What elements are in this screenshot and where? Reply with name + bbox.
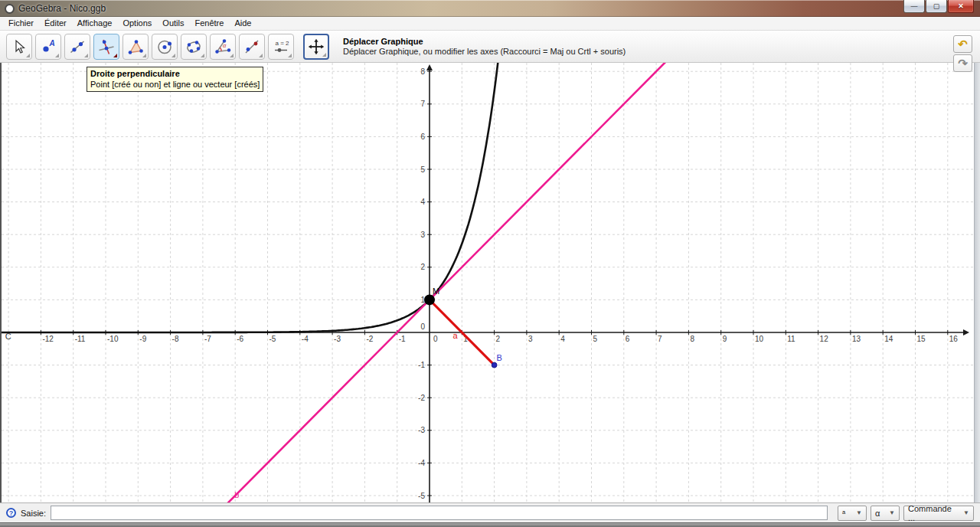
x-axis-arrow — [963, 329, 969, 336]
graph-canvas[interactable]: -12-11-10-9-8-7-6-5-4-3-2-11234567891011… — [2, 63, 974, 502]
tooltip-title: Droite perpendiculaire — [90, 68, 260, 79]
minimize-button[interactable]: — — [903, 0, 925, 13]
menu-aide[interactable]: Aide — [229, 17, 256, 30]
point-B — [492, 362, 497, 368]
svg-text:A: A — [49, 39, 55, 47]
perpendicular-line-tool-icon — [98, 38, 115, 55]
y-tick-label: -1 — [418, 361, 425, 369]
polygon-tool-button[interactable] — [122, 34, 149, 60]
geogebra-window: GeoGebra - Nico.ggb —▢✕ FichierÉditerAff… — [0, 0, 980, 527]
conic-five-points-tool-button[interactable] — [181, 34, 207, 60]
y-tick-label: 7 — [420, 100, 425, 108]
x-tick-label: -8 — [172, 335, 179, 343]
mirror-tool-button[interactable] — [239, 34, 265, 60]
mirror-tool-icon — [243, 38, 260, 55]
command-dropdown-value: Commande ... — [908, 504, 957, 522]
y-tick-label: -5 — [418, 492, 425, 500]
menu-editer[interactable]: Éditer — [39, 17, 72, 30]
x-tick-label: -12 — [42, 335, 54, 343]
move-graphics-view-tool-icon — [308, 38, 325, 55]
input-field[interactable] — [51, 506, 828, 520]
x-tick-label: 13 — [852, 335, 861, 343]
perpendicular-line-tool-button[interactable] — [93, 34, 119, 60]
x-tick-label: 8 — [690, 335, 694, 343]
window-controls: —▢✕ — [903, 0, 974, 13]
menu-affichage[interactable]: Affichage — [72, 17, 118, 30]
x-tick-label: -6 — [237, 335, 243, 343]
move-tool-icon — [11, 38, 28, 55]
point-label-B: B — [497, 353, 502, 362]
tool-buttons: Aαa = 2 — [6, 34, 332, 60]
x-tick-label: -9 — [139, 335, 146, 343]
y-tick-label: 3 — [420, 231, 425, 239]
y-tick-label: 2 — [420, 263, 425, 271]
title-bar[interactable]: GeoGebra - Nico.ggb —▢✕ — [0, 0, 980, 17]
active-tool-title: Déplacer Graphique — [343, 37, 626, 46]
slider-tool-icon: a = 2 — [273, 38, 289, 55]
x-tick-label: 3 — [528, 335, 533, 343]
maximize-button[interactable]: ▢ — [926, 0, 947, 13]
greek-dropdown[interactable]: α▼ — [871, 506, 900, 521]
active-tool-header: Déplacer Graphique Déplacer Graphique, o… — [343, 37, 626, 56]
exponent-dropdown[interactable]: ᵃ▼ — [838, 506, 867, 521]
move-graphics-view-tool-button[interactable] — [303, 34, 329, 60]
chevron-down-icon: ▼ — [963, 509, 969, 516]
angle-tool-button[interactable]: α — [210, 34, 236, 60]
exponent-dropdown-value: ᵃ — [842, 509, 845, 518]
redo-icon: ↷ — [958, 57, 968, 70]
redo-button[interactable]: ↷ — [953, 54, 972, 72]
greek-dropdown-value: α — [875, 509, 880, 518]
new-point-tool-button[interactable]: A — [35, 34, 61, 60]
y-tick-label: 6 — [420, 133, 425, 141]
help-icon[interactable]: ? — [6, 508, 16, 518]
y-tick-label: 8 — [420, 67, 425, 76]
window-right-border — [974, 63, 980, 502]
move-tool-button[interactable] — [6, 34, 32, 60]
x-tick-label: 15 — [917, 335, 926, 343]
tooltip-body: Point [créé ou non] et ligne ou vecteur … — [90, 79, 260, 90]
window-bottom-border — [0, 522, 980, 527]
x-tick-label: 4 — [560, 335, 565, 343]
x-tick-label: -11 — [75, 335, 86, 343]
graphics-view[interactable]: -12-11-10-9-8-7-6-5-4-3-2-11234567891011… — [2, 63, 974, 502]
active-tool-subtitle: Déplacer Graphique, ou modifier les axes… — [343, 47, 626, 56]
x-tick-label: -1 — [399, 335, 406, 343]
x-tick-label: -4 — [302, 335, 309, 343]
menu-options[interactable]: Options — [117, 17, 157, 30]
input-bar: ? Saisie: ᵃ▼α▼Commande ...▼ — [0, 502, 980, 522]
circle-center-point-tool-button[interactable] — [152, 34, 178, 60]
undo-icon: ↶ — [958, 38, 968, 51]
x-tick-label: 6 — [626, 335, 630, 343]
y-tick-label: -2 — [418, 394, 425, 402]
y-tick-label: -4 — [418, 459, 425, 467]
x-tick-label: -7 — [204, 335, 211, 343]
line-two-points-tool-button[interactable] — [64, 34, 90, 60]
menu-fichier[interactable]: Fichier — [3, 17, 39, 30]
x-tick-label: 10 — [755, 335, 764, 343]
close-button[interactable]: ✕ — [948, 0, 974, 13]
x-tick-label: 5 — [593, 335, 598, 343]
circle-center-point-tool-icon — [156, 38, 173, 55]
y-tick-label: 4 — [420, 198, 425, 206]
menu-fenetre[interactable]: Fenêtre — [189, 17, 229, 30]
menu-outils[interactable]: Outils — [157, 17, 189, 30]
origin-label-x: 0 — [433, 335, 438, 343]
y-tick-label: 5 — [420, 165, 425, 174]
svg-text:α: α — [223, 42, 227, 49]
undo-button[interactable]: ↶ — [953, 35, 972, 53]
undo-redo-panel: ↶↷ — [953, 35, 972, 74]
point-M — [424, 294, 435, 305]
conic-five-points-tool-icon — [185, 38, 202, 55]
segment-label: a — [452, 331, 458, 340]
x-tick-label: 11 — [787, 335, 795, 343]
x-tick-label: 2 — [496, 335, 501, 343]
chevron-down-icon: ▼ — [889, 509, 895, 516]
command-dropdown[interactable]: Commande ...▼ — [903, 506, 974, 521]
tool-tooltip: Droite perpendiculaire Point [créé ou no… — [87, 67, 263, 92]
chevron-down-icon: ▼ — [856, 509, 862, 516]
slider-tool-button[interactable]: a = 2 — [268, 34, 294, 60]
line-label: b — [234, 490, 239, 499]
origin-label-y: 0 — [420, 322, 425, 331]
curve-label: C — [5, 332, 11, 341]
x-tick-label: -10 — [107, 335, 119, 343]
